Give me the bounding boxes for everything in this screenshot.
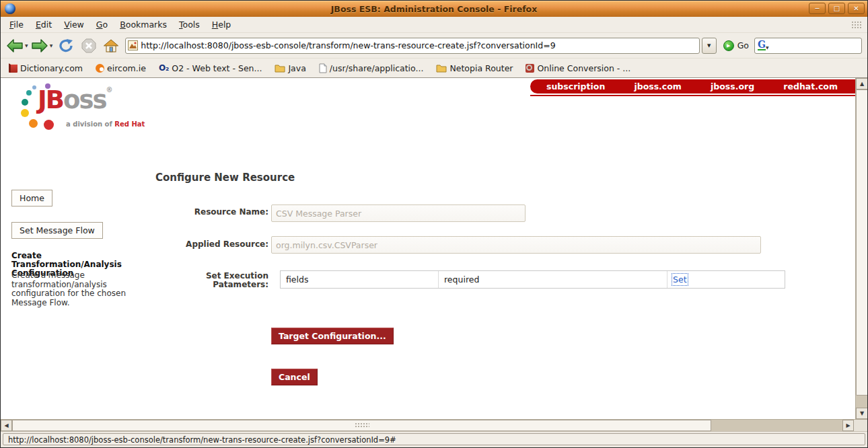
forward-dropdown-icon[interactable]: ▼ xyxy=(50,43,53,48)
back-button[interactable]: ▼ xyxy=(6,38,28,53)
logo-dot xyxy=(32,85,36,89)
scrollbar-grip xyxy=(355,422,369,428)
logo-dot xyxy=(22,99,28,106)
reload-button[interactable] xyxy=(59,38,75,53)
execution-parameters-label: Set Execution Patameters: xyxy=(155,272,268,289)
set-message-flow-button[interactable]: Set Message Flow xyxy=(11,222,103,239)
menu-edit[interactable]: Edit xyxy=(30,17,58,32)
vertical-scrollbar[interactable]: ▲ ▼ xyxy=(855,78,867,419)
url-dropdown-button[interactable]: ▼ xyxy=(702,38,717,54)
scroll-up-button[interactable]: ▲ xyxy=(856,78,867,89)
logo-dot xyxy=(21,109,29,117)
scroll-right-button[interactable]: ▶ xyxy=(842,420,854,431)
link-jboss-org[interactable]: jboss.org xyxy=(711,81,754,91)
resource-name-label: Resource Name: xyxy=(155,208,268,217)
parameter-action-cell: Set xyxy=(667,271,785,288)
home-icon xyxy=(103,39,119,52)
applied-resource-input[interactable] xyxy=(271,236,761,254)
page-title: Configure New Resource xyxy=(155,172,295,184)
set-link[interactable]: Set xyxy=(673,274,687,285)
menu-view[interactable]: View xyxy=(58,17,90,32)
site-utility-bar: subscription jboss.com jboss.org redhat.… xyxy=(530,79,855,94)
forward-button[interactable]: ▼ xyxy=(31,38,53,53)
logo-dot xyxy=(44,120,54,130)
minimize-button[interactable]: ─ xyxy=(809,3,826,14)
search-box[interactable]: G ▼ xyxy=(754,38,862,54)
bookmark-dictionary[interactable]: Dictionary.com xyxy=(9,63,83,73)
menu-go[interactable]: Go xyxy=(90,17,114,32)
scrollbar-corner xyxy=(854,420,867,431)
resource-name-input[interactable] xyxy=(271,204,526,222)
bookmarks-toolbar: Dictionary.com eircom.ie O₂ O2 - Web tex… xyxy=(1,59,867,78)
search-input[interactable] xyxy=(769,41,868,50)
bookmark-label: Java xyxy=(288,63,305,73)
cancel-button[interactable]: Cancel xyxy=(271,369,318,385)
applied-resource-label: Applied Resource: xyxy=(155,240,268,249)
horizontal-scrollbar-track[interactable] xyxy=(711,420,842,431)
redhat-tagline: a division of Red Hat xyxy=(66,120,145,128)
bookmark-netopia-folder[interactable]: Netopia Router xyxy=(436,63,513,73)
google-icon: G xyxy=(758,40,766,50)
horizontal-scrollbar[interactable]: ◀ ▶ xyxy=(1,419,867,431)
jboss-logo: JBoss® a division of Red Hat xyxy=(20,81,174,143)
horizontal-scrollbar-thumb[interactable] xyxy=(12,420,711,431)
folder-icon xyxy=(436,64,447,73)
book-icon xyxy=(9,63,17,73)
back-arrow-icon xyxy=(6,38,24,53)
toolbar-grip[interactable] xyxy=(851,21,862,29)
bookmark-o2[interactable]: O₂ O2 - Web text - Sen... xyxy=(159,63,262,73)
home-button[interactable] xyxy=(103,39,119,52)
go-icon: ▶ xyxy=(723,40,734,51)
go-button[interactable]: ▶ Go xyxy=(723,40,749,51)
window-title: JBoss ESB: Administration Console - Fire… xyxy=(1,4,867,14)
status-bar: http://localhost:8080/jboss-esb-console/… xyxy=(1,431,867,447)
parameter-value-cell[interactable]: required xyxy=(439,271,667,288)
page-content: subscription jboss.com jboss.org redhat.… xyxy=(1,78,867,419)
jboss-wordmark: JBoss® xyxy=(38,85,112,114)
go-label: Go xyxy=(737,40,749,50)
vertical-scrollbar-thumb[interactable] xyxy=(856,89,867,396)
bookmark-usr-share[interactable]: /usr/share/applicatio... xyxy=(319,63,424,73)
url-bar[interactable] xyxy=(125,38,699,54)
bookmark-label: eircom.ie xyxy=(107,63,146,73)
stop-button[interactable] xyxy=(81,38,96,53)
sidebar-description: Create a message transformation/analysis… xyxy=(11,271,137,307)
conversion-icon xyxy=(526,64,534,73)
bookmark-label: Netopia Router xyxy=(449,63,513,73)
link-subscription[interactable]: subscription xyxy=(546,81,605,91)
menu-file[interactable]: File xyxy=(3,17,30,32)
bookmark-label: Online Conversion - ... xyxy=(537,63,630,73)
document-icon xyxy=(319,63,327,73)
window-titlebar[interactable]: JBoss ESB: Administration Console - Fire… xyxy=(1,1,867,17)
menu-bookmarks[interactable]: Bookmarks xyxy=(114,17,173,32)
folder-icon xyxy=(275,64,285,73)
bookmark-eircom[interactable]: eircom.ie xyxy=(96,63,146,73)
close-button[interactable]: ✕ xyxy=(848,3,865,14)
page-favicon-icon xyxy=(128,40,138,50)
menu-bar: File Edit View Go Bookmarks Tools Help xyxy=(1,17,867,33)
link-redhat-com[interactable]: redhat.com xyxy=(783,81,838,91)
parameters-table: fields required Set xyxy=(280,270,785,289)
bookmark-label: O2 - Web text - Sen... xyxy=(172,63,262,73)
back-dropdown-icon[interactable]: ▼ xyxy=(25,43,28,48)
maximize-button[interactable]: □ xyxy=(828,3,845,14)
bookmark-label: /usr/share/applicatio... xyxy=(330,63,424,73)
menu-tools[interactable]: Tools xyxy=(173,17,206,32)
logo-dot xyxy=(29,119,38,128)
bookmark-java-folder[interactable]: Java xyxy=(275,63,305,73)
navigation-toolbar: ▼ ▼ xyxy=(1,33,867,59)
target-configuration-button[interactable]: Target Configuration... xyxy=(271,328,394,344)
parameter-name-cell[interactable]: fields xyxy=(281,271,439,288)
link-jboss-com[interactable]: jboss.com xyxy=(634,81,681,91)
eircom-swirl-icon xyxy=(96,64,104,73)
url-input[interactable] xyxy=(141,40,698,50)
scroll-down-button[interactable]: ▼ xyxy=(856,408,867,419)
reload-icon xyxy=(59,38,75,53)
browser-window: JBoss ESB: Administration Console - Fire… xyxy=(0,0,868,448)
logo-dot xyxy=(26,90,32,96)
home-nav-button[interactable]: Home xyxy=(11,190,52,207)
scroll-left-button[interactable]: ◀ xyxy=(1,420,12,431)
menu-help[interactable]: Help xyxy=(206,17,238,32)
status-text: http://localhost:8080/jboss-esb-console/… xyxy=(3,433,865,445)
bookmark-online-conversion[interactable]: Online Conversion - ... xyxy=(526,63,630,73)
